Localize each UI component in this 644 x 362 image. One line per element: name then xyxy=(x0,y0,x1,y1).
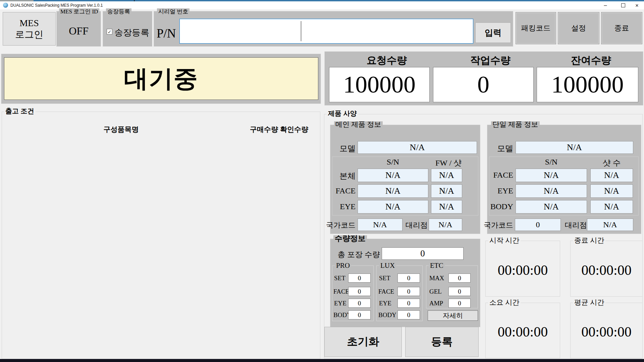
main-dealer-value: N/A xyxy=(429,219,462,231)
lux-group-label: LUX xyxy=(379,262,396,269)
single-dealer-value: N/A xyxy=(587,219,633,231)
single-row-shot: N/A xyxy=(590,184,633,198)
single-dealer-label: 대리점 xyxy=(564,220,587,230)
main-row-label: EYE xyxy=(315,202,356,211)
main-country-label: 국가코드 xyxy=(312,220,356,230)
pro-set-label: SET xyxy=(334,275,345,282)
total-pack-qty-label: 총 포장 수량 xyxy=(335,249,380,260)
text-caret xyxy=(301,21,301,41)
pro-eye-value: 0 xyxy=(348,299,371,308)
enter-button[interactable]: 입력 xyxy=(475,22,511,43)
quantity-info-label: 수량정보 xyxy=(333,235,367,242)
lux-body-value: 0 xyxy=(397,310,420,319)
etc-max-value: 0 xyxy=(448,274,471,283)
etc-amp-value: 0 xyxy=(448,299,471,308)
status-display: 대기중 xyxy=(4,57,318,100)
main-model-label: 모델 xyxy=(330,143,356,154)
elapsed-time-label: 소요 시간 xyxy=(488,299,521,306)
main-row-fw: N/A xyxy=(431,200,462,214)
etc-gel-label: GEL xyxy=(429,288,442,295)
etc-gel-value: 0 xyxy=(448,287,471,296)
app-window: DUALSONIC SalesPacking MES Program Ver.1… xyxy=(0,0,644,362)
mes-login-id-group-label: MES 로그인 ID xyxy=(59,8,99,15)
single-country-value: 0 xyxy=(515,219,561,231)
single-row-shot: N/A xyxy=(590,169,633,182)
pn-input[interactable] xyxy=(179,19,473,44)
single-row-sn: N/A xyxy=(516,184,587,198)
remaining-qty-value: 100000 xyxy=(537,67,638,102)
bottom-edge-strip xyxy=(0,359,644,362)
main-col-fw-header: FW / 샷 xyxy=(427,158,470,168)
average-time-label: 평균 시간 xyxy=(573,299,605,306)
minimize-button[interactable]: – xyxy=(598,1,613,9)
exit-button[interactable]: 종료 xyxy=(601,12,642,44)
lux-face-value: 0 xyxy=(397,287,420,296)
pro-face-label: FACE xyxy=(333,288,349,295)
column-header-component-name[interactable]: 구성품목명 xyxy=(81,125,161,134)
pro-face-value: 0 xyxy=(348,287,371,296)
invoice-group-label: 송장등록 xyxy=(106,8,131,15)
main-row-label: 본체 xyxy=(315,171,356,181)
etc-max-label: MAX xyxy=(429,275,444,282)
single-row-label: EYE xyxy=(470,186,513,195)
main-row-sn: N/A xyxy=(358,169,428,182)
worked-qty-value: 0 xyxy=(433,67,534,102)
requested-qty-value: 100000 xyxy=(329,67,430,102)
mes-login-button[interactable]: MES 로그인 xyxy=(3,12,56,46)
requested-qty-label: 요청수량 xyxy=(346,54,427,67)
maximize-button[interactable] xyxy=(616,1,630,9)
packing-code-button[interactable]: 패킹코드 xyxy=(516,12,556,44)
lux-set-value: 0 xyxy=(397,274,420,283)
close-button[interactable]: ✕ xyxy=(630,1,644,9)
single-model-label: 모델 xyxy=(488,143,513,154)
main-row-label: FACE xyxy=(315,186,356,195)
etc-amp-label: AMP xyxy=(429,300,443,307)
reset-button[interactable]: 초기화 xyxy=(324,327,402,357)
start-time-value: 00:00:00 xyxy=(485,262,560,278)
settings-button[interactable]: 설정 xyxy=(558,12,599,44)
pn-label: P/N xyxy=(157,26,176,41)
single-row-shot: N/A xyxy=(590,200,633,214)
end-time-value: 00:00:00 xyxy=(570,262,643,278)
column-header-purchase-confirm-qty[interactable]: 구매수량 확인수량 xyxy=(234,125,324,134)
single-product-info-label: 단일 제품 정보 xyxy=(491,121,540,128)
single-col-sn-header: S/N xyxy=(516,158,587,167)
single-row-label: FACE xyxy=(470,171,513,180)
serial-number-group-label: 시리얼 번호 xyxy=(157,8,190,15)
pro-set-value: 0 xyxy=(348,274,371,283)
main-row-fw: N/A xyxy=(431,184,462,198)
lux-eye-label: EYE xyxy=(379,300,391,307)
mes-login-id-value: OFF xyxy=(56,25,101,37)
start-time-label: 시작 시간 xyxy=(488,237,521,244)
lux-body-label: BODY xyxy=(378,311,396,319)
invoice-checkbox-label: 송장등록 xyxy=(114,27,149,39)
main-row-sn: N/A xyxy=(358,200,428,214)
main-country-value: N/A xyxy=(358,219,402,231)
pro-group-label: PRO xyxy=(335,262,351,269)
main-dealer-label: 대리점 xyxy=(404,220,428,230)
invoice-checkbox[interactable]: ✓ xyxy=(107,29,112,35)
register-button[interactable]: 등록 xyxy=(405,327,479,357)
single-row-sn: N/A xyxy=(516,200,587,214)
app-icon xyxy=(3,3,8,8)
detail-button[interactable]: 자세히 xyxy=(428,310,478,321)
etc-group-label: ETC xyxy=(429,262,445,269)
single-model-value: N/A xyxy=(516,141,633,154)
main-col-sn-header: S/N xyxy=(358,158,428,167)
single-col-shot-header: 샷 수 xyxy=(590,158,633,168)
window-title: DUALSONIC SalesPacking MES Program Ver.1… xyxy=(10,3,103,8)
single-row-label: BODY xyxy=(470,202,513,211)
main-model-value: N/A xyxy=(358,141,477,154)
remaining-qty-label: 잔여수량 xyxy=(551,54,631,67)
shipping-conditions-label: 출고 조건 xyxy=(4,108,36,114)
single-country-label: 국가코드 xyxy=(469,220,513,230)
pro-body-value: 0 xyxy=(348,310,371,319)
pro-eye-label: EYE xyxy=(334,300,346,307)
shipping-list-area[interactable] xyxy=(2,134,320,359)
main-row-sn: N/A xyxy=(358,184,428,198)
total-pack-qty-value: 0 xyxy=(382,247,464,260)
product-spec-label: 제품 사양 xyxy=(327,110,358,117)
main-row-fw: N/A xyxy=(431,169,462,182)
single-row-sn: N/A xyxy=(516,169,587,182)
end-time-label: 종료 시간 xyxy=(573,237,605,244)
